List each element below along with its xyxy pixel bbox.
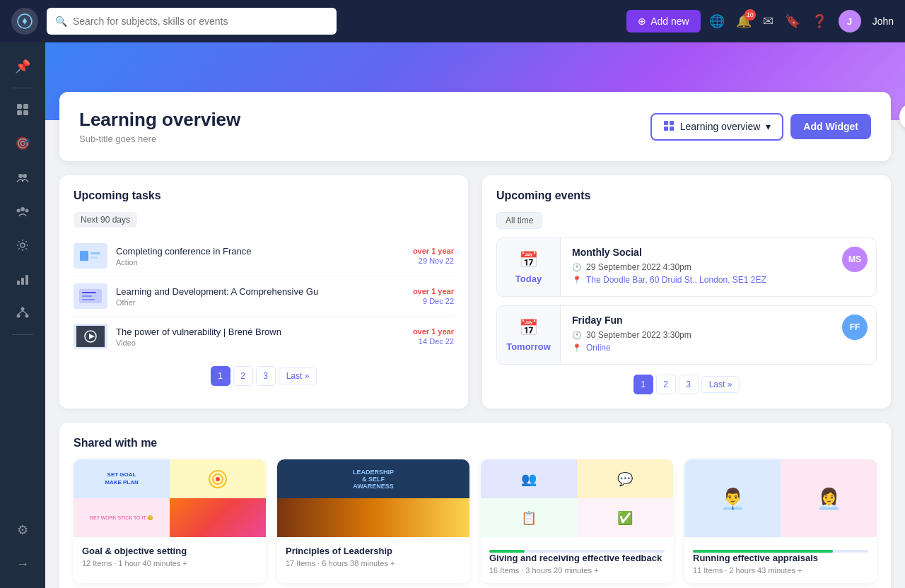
sidebar-item-settings[interactable] <box>8 231 37 259</box>
card-body: Giving and receiving effective feedback … <box>481 537 673 583</box>
sidebar: 📌 🎯 ⚙ → <box>0 42 45 588</box>
task-overdue-label: over 1 year <box>413 247 454 255</box>
tasks-filter-button[interactable]: Next 90 days <box>74 212 137 228</box>
page-header-actions: Learning overview ▾ Add Widget <box>650 113 871 141</box>
thumb-cell: 💬 <box>577 459 673 498</box>
task-item: The power of vulnerability | Brené Brown… <box>74 317 454 356</box>
task-thumbnail <box>74 324 107 349</box>
main-wrapper: 📌 🎯 ⚙ → Learning overvi <box>0 42 905 588</box>
upcoming-events-section: Upcoming events All time 📅 Today Monthly… <box>482 175 891 408</box>
card-meta: 17 Items · 6 hours 38 minutes + <box>286 559 461 568</box>
notification-badge: 10 <box>745 9 756 20</box>
card-thumbnail: SET GOALMAKE PLAN GET WORK STICK TO IT 😊 <box>74 459 266 537</box>
svg-line-19 <box>23 311 27 314</box>
event-avatar: FF <box>842 314 868 340</box>
globe-icon[interactable]: 🌐 <box>709 13 725 29</box>
svg-rect-21 <box>670 121 674 125</box>
svg-point-10 <box>25 209 29 213</box>
svg-rect-5 <box>23 110 28 115</box>
event-day-badge: 📅 Tomorrow <box>497 306 561 364</box>
events-pagination: 1 2 3 Last » <box>496 375 877 394</box>
task-item: Learning and Development: A Comprehensiv… <box>74 276 454 317</box>
top-navigation: 🔍 ⊕ Add new 🌐 🔔 10 ✉ 🔖 ❓ J John <box>0 0 905 42</box>
search-box[interactable]: 🔍 <box>47 8 337 35</box>
search-input[interactable] <box>73 16 328 27</box>
page-btn-2[interactable]: 2 <box>233 366 253 386</box>
help-icon[interactable]: ❓ <box>812 13 827 29</box>
task-list: Completing conference in France Action o… <box>74 236 454 356</box>
task-date: 9 Dec 22 <box>413 297 454 305</box>
events-page-btn-last[interactable]: Last » <box>701 376 740 393</box>
shared-card[interactable]: SET GOALMAKE PLAN GET WORK STICK TO IT 😊 <box>74 459 266 583</box>
add-widget-button[interactable]: Add Widget <box>790 114 871 139</box>
thumb-cell: 👥 <box>481 459 577 498</box>
card-meta: 12 Items · 1 hour 40 minutes + <box>82 559 257 568</box>
sidebar-item-org[interactable] <box>8 299 37 327</box>
add-icon: ⊕ <box>638 16 646 27</box>
task-title: Learning and Development: A Comprehensiv… <box>116 286 404 297</box>
svg-point-17 <box>25 314 29 318</box>
task-date: 14 Dec 22 <box>413 337 454 346</box>
svg-point-38 <box>216 477 220 481</box>
add-new-button[interactable]: ⊕ Add new <box>626 10 700 33</box>
mail-icon[interactable]: ✉ <box>763 13 773 29</box>
page-btn-last[interactable]: Last » <box>279 368 317 384</box>
notifications-icon[interactable]: 🔔 10 <box>736 13 752 29</box>
sidebar-item-pin[interactable]: 📌 <box>8 52 37 81</box>
shared-card[interactable]: LEADERSHIP& SELFAWARENESS Principles of … <box>277 459 469 583</box>
events-page-btn-2[interactable]: 2 <box>656 375 676 394</box>
bookmark-icon[interactable]: 🔖 <box>785 13 800 29</box>
card-body: Principles of Leadership 17 Items · 6 ho… <box>277 537 469 576</box>
svg-rect-31 <box>82 295 92 297</box>
svg-rect-22 <box>664 127 668 131</box>
task-item: Completing conference in France Action o… <box>74 236 454 276</box>
thumb-cell <box>170 498 266 537</box>
sidebar-item-templates[interactable] <box>8 95 37 124</box>
svg-point-9 <box>17 209 21 213</box>
card-body: Goal & objective setting 12 Items · 1 ho… <box>74 537 266 576</box>
page-subtitle: Sub-title goes here <box>79 134 240 144</box>
page-btn-1[interactable]: 1 <box>211 366 230 386</box>
task-thumbnail <box>74 283 107 309</box>
task-title: The power of vulnerability | Brené Brown <box>116 327 404 337</box>
svg-point-11 <box>21 243 25 247</box>
card-meta: 16 Items · 3 hours 20 minutes + <box>489 566 665 575</box>
shared-card[interactable]: 👨‍💼 👩‍💼 Running effective appraisals 11 … <box>684 459 877 583</box>
events-page-btn-3[interactable]: 3 <box>679 375 699 394</box>
avatar[interactable]: J <box>839 10 861 33</box>
thumb-cell: LEADERSHIP& SELFAWARENESS <box>277 459 469 498</box>
page-btn-3[interactable]: 3 <box>256 366 276 386</box>
card-title: Giving and receiving effective feedback <box>489 553 665 563</box>
svg-rect-26 <box>90 252 100 254</box>
page-header-card: Learning overview Sub-title goes here Le… <box>59 92 891 161</box>
task-due: over 1 year 9 Dec 22 <box>413 287 454 305</box>
page-header-text: Learning overview Sub-title goes here <box>79 109 240 144</box>
sidebar-item-cog[interactable]: ⚙ <box>8 516 37 544</box>
shared-with-me-section: Shared with me SET GOALMAKE PLAN <box>59 423 891 588</box>
task-type: Action <box>116 258 404 266</box>
sidebar-item-exit[interactable]: → <box>8 550 37 578</box>
user-name[interactable]: John <box>872 16 894 27</box>
shared-cards-list: SET GOALMAKE PLAN GET WORK STICK TO IT 😊 <box>74 459 877 583</box>
view-selector-button[interactable]: Learning overview ▾ <box>650 113 784 141</box>
content-scroll[interactable]: Learning overview Sub-title goes here Le… <box>45 42 905 588</box>
app-logo[interactable] <box>11 8 38 35</box>
task-title: Completing conference in France <box>116 246 404 257</box>
svg-rect-13 <box>21 278 24 285</box>
event-day-label: Tomorrow <box>506 341 551 352</box>
sidebar-item-group[interactable] <box>8 163 37 192</box>
sidebar-item-chart[interactable] <box>8 265 37 293</box>
upcoming-tasks-section: Upcoming tasks Next 90 days Completing c… <box>59 175 468 408</box>
event-card[interactable]: 📅 Today Monthly Social 🕐 29 September 20… <box>496 237 877 297</box>
event-card[interactable]: 📅 Tomorrow Friday Fun 🕐 30 September 202… <box>496 305 877 365</box>
tasks-section-title: Upcoming tasks <box>74 189 454 202</box>
sidebar-item-team[interactable] <box>8 197 37 225</box>
events-filter-button[interactable]: All time <box>496 212 542 229</box>
shared-card[interactable]: 👥 💬 📋 ✅ Giving and receiving effective f… <box>481 459 673 583</box>
svg-rect-27 <box>90 257 98 259</box>
event-day-badge: 📅 Today <box>497 238 561 296</box>
event-location: 📍 The Doodle Bar, 60 Druid St., London, … <box>572 275 822 285</box>
events-page-btn-1[interactable]: 1 <box>634 375 653 394</box>
sidebar-item-target[interactable]: 🎯 <box>8 129 37 158</box>
calendar-icon: 📅 <box>519 319 538 337</box>
